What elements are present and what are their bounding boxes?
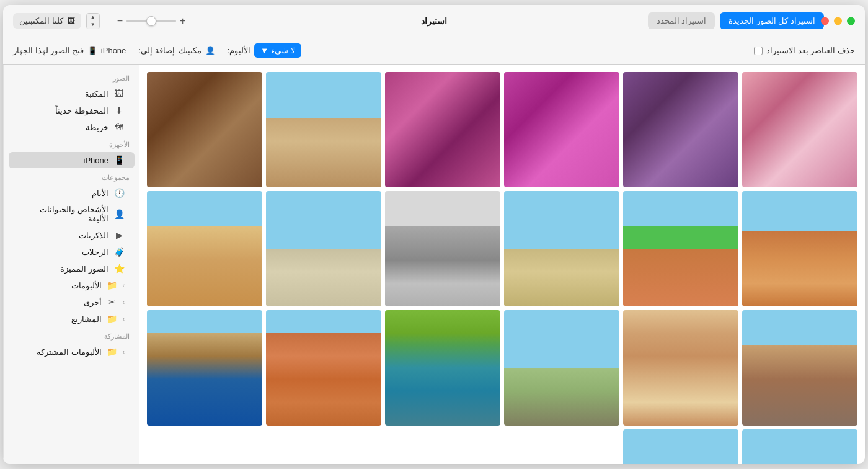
sidebar-recently-saved-label: المحفوظة حديثاً xyxy=(19,106,108,115)
photo-cell-16[interactable] xyxy=(385,310,500,426)
stepper-up[interactable]: ▲ xyxy=(87,14,99,21)
sidebar-item-other[interactable]: › ✂ أخرى xyxy=(9,294,135,310)
phone-icon: 📱 xyxy=(87,46,97,55)
photo-cell-8[interactable] xyxy=(623,191,738,306)
map-icon: 🗺 xyxy=(113,122,125,132)
days-icon: 🕐 xyxy=(113,188,125,198)
projects-chevron-icon: › xyxy=(123,316,125,323)
zoom-control: + − xyxy=(117,16,186,27)
sidebar-item-trips[interactable]: 🧳 الرحلات xyxy=(9,244,135,260)
dropdown-icon: ▼ xyxy=(260,46,268,55)
main-content: الصور 🖼 المكتبة ⬇ المحفوظة حديثاً 🗺 خريط… xyxy=(3,65,865,464)
view-stepper[interactable]: ▲ ▼ xyxy=(86,13,100,29)
sidebar-item-featured[interactable]: ⭐ الصور المميزة xyxy=(9,261,135,277)
sidebar-days-label: الأيام xyxy=(19,189,108,198)
photo-cell-14[interactable] xyxy=(623,310,738,426)
sidebar-item-days[interactable]: 🕐 الأيام xyxy=(9,185,135,201)
sidebar-iphone-label: iPhone xyxy=(19,156,108,165)
photo-cell-12[interactable] xyxy=(147,191,262,306)
close-button[interactable] xyxy=(821,17,829,25)
sidebar-trips-label: الرحلات xyxy=(19,248,108,257)
section-groups-header: مجموعات xyxy=(4,169,140,184)
sidebar-people-pets-label: الأشخاص والحيوانات الأليفة xyxy=(19,205,108,223)
photo-cell-17[interactable] xyxy=(266,310,381,426)
photo-cell-15[interactable] xyxy=(504,310,619,426)
photo-cell-20[interactable] xyxy=(623,429,738,464)
sidebar-shared-albums-label: الألبومات المشتركة xyxy=(19,347,102,357)
other-chevron-icon: › xyxy=(123,299,125,306)
open-device-label: فتح الصور لهذا الجهاز xyxy=(13,46,84,55)
album-label: الألبوم: xyxy=(228,46,251,55)
sidebar: الصور 🖼 المكتبة ⬇ المحفوظة حديثاً 🗺 خريط… xyxy=(3,65,140,464)
sidebar-map-label: خريطة xyxy=(19,123,108,132)
photo-cell-10[interactable] xyxy=(385,191,500,306)
library-label: كلتا المكتبتين xyxy=(19,16,63,25)
delete-after-label: حذف العناصر بعد الاستيراد xyxy=(766,46,855,55)
delete-after-checkbox[interactable] xyxy=(754,47,763,55)
section-devices-header: الأجهزة xyxy=(4,136,140,151)
sidebar-item-projects[interactable]: › 📁 المشاريع xyxy=(9,311,135,327)
sidebar-item-memories[interactable]: ▶ الذكريات xyxy=(9,227,135,243)
photo-cell-3[interactable] xyxy=(504,72,619,187)
photo-cell-6[interactable] xyxy=(147,72,262,187)
photo-cell-7[interactable] xyxy=(742,191,857,306)
photo-grid-container[interactable] xyxy=(140,65,865,464)
photo-grid xyxy=(147,72,857,464)
featured-icon: ⭐ xyxy=(113,264,125,274)
sidebar-item-map[interactable]: 🗺 خريطة xyxy=(9,119,135,135)
nothing-dropdown[interactable]: لا شيء ▼ xyxy=(254,43,301,58)
library-icon: 🖼 xyxy=(67,16,75,25)
sidebar-item-iphone[interactable]: 📱 iPhone xyxy=(9,152,135,168)
toolbar: حذف العناصر بعد الاستيراد لا شيء ▼ الألب… xyxy=(3,37,865,65)
shared-albums-chevron-icon: › xyxy=(123,349,125,355)
photo-cell-5[interactable] xyxy=(266,72,381,187)
photo-cell-4[interactable] xyxy=(385,72,500,187)
sidebar-featured-label: الصور المميزة xyxy=(19,264,108,274)
sidebar-memories-label: الذكريات xyxy=(19,231,108,240)
recently-saved-icon: ⬇ xyxy=(113,105,125,115)
photo-cell-9[interactable] xyxy=(504,191,619,306)
photo-cell-11[interactable] xyxy=(266,191,381,306)
other-icon: ✂ xyxy=(107,297,118,307)
add-to-item: 👤 مكتبتك إضافة إلى: xyxy=(138,46,215,55)
sidebar-item-library[interactable]: 🖼 المكتبة xyxy=(9,86,135,102)
library-selector[interactable]: 🖼 كلتا المكتبتين xyxy=(13,13,81,29)
minimize-button[interactable] xyxy=(834,17,842,25)
window-controls xyxy=(821,17,855,25)
open-device-item: iPhone 📱 فتح الصور لهذا الجهاز xyxy=(13,46,126,55)
sidebar-projects-label: المشاريع xyxy=(19,315,102,324)
section-photos-header: الصور xyxy=(4,69,140,85)
people-pets-icon: 👤 xyxy=(113,209,125,219)
add-to-label: إضافة إلى: xyxy=(138,46,174,55)
zoom-slider[interactable] xyxy=(126,20,176,22)
photo-cell-1[interactable] xyxy=(742,72,857,187)
nothing-label: لا شيء xyxy=(271,46,295,55)
shared-albums-icon: 📁 xyxy=(107,347,118,357)
sidebar-item-recently-saved[interactable]: ⬇ المحفوظة حديثاً xyxy=(9,102,135,118)
stepper-down[interactable]: ▼ xyxy=(87,21,99,29)
section-share-header: المشاركة xyxy=(4,328,140,343)
iphone-icon: 📱 xyxy=(113,155,125,165)
sidebar-item-albums[interactable]: › 📁 الألبومات xyxy=(9,277,135,293)
titlebar-actions: استيراد كل الصور الجديدة استيراد المحدد xyxy=(648,12,824,29)
photo-cell-19[interactable] xyxy=(742,429,857,464)
maximize-button[interactable] xyxy=(847,17,855,25)
photo-cell-18[interactable] xyxy=(147,310,262,426)
photo-cell-13[interactable] xyxy=(742,310,857,426)
main-window: استيراد كل الصور الجديدة استيراد المحدد … xyxy=(3,5,865,464)
library-user-icon: 👤 xyxy=(205,46,215,55)
titlebar-library: + − ▲ ▼ 🖼 كلتا المكتبتين xyxy=(13,13,185,29)
import-selected-button[interactable]: استيراد المحدد xyxy=(648,12,715,29)
sidebar-item-people-pets[interactable]: 👤 الأشخاص والحيوانات الأليفة xyxy=(9,202,135,226)
photo-cell-2[interactable] xyxy=(623,72,738,187)
titlebar: استيراد كل الصور الجديدة استيراد المحدد … xyxy=(3,5,865,37)
add-to-library-label: مكتبتك xyxy=(179,46,202,55)
album-item: لا شيء ▼ الألبوم: xyxy=(228,43,301,58)
import-all-button[interactable]: استيراد كل الصور الجديدة xyxy=(720,12,824,29)
memories-icon: ▶ xyxy=(113,230,125,240)
sidebar-item-shared-albums[interactable]: › 📁 الألبومات المشتركة xyxy=(9,344,135,360)
projects-icon: 📁 xyxy=(107,314,118,324)
zoom-plus-icon[interactable]: + xyxy=(180,16,185,27)
zoom-minus-icon[interactable]: − xyxy=(117,16,123,27)
library-icon: 🖼 xyxy=(113,89,125,99)
